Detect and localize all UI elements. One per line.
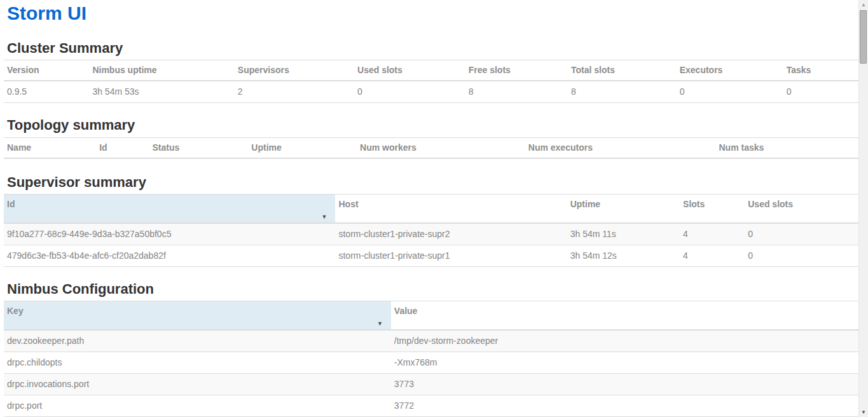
topology-summary-heading: Topology summary bbox=[7, 117, 858, 133]
scroll-down-button[interactable]: ▼ bbox=[859, 407, 868, 417]
cell-used-slots: 0 bbox=[745, 245, 858, 266]
cell-nimbus-uptime: 3h 54m 53s bbox=[89, 81, 234, 103]
cluster-summary-header-row: Version Nimbus uptime Supervisors Used s… bbox=[4, 60, 858, 81]
column-header-executors: Executors bbox=[677, 60, 783, 81]
cell-uptime: 3h 54m 11s bbox=[567, 223, 680, 245]
sort-desc-icon: ▼ bbox=[377, 321, 383, 327]
table-row: drpc.invocations.port 3773 bbox=[4, 374, 858, 395]
column-header-nimbus-uptime: Nimbus uptime bbox=[89, 60, 234, 81]
scroll-up-icon: ▲ bbox=[861, 3, 866, 8]
cell-supervisor-id: 479d6c3e-fb53-4b4e-afc6-cf20a2dab82f bbox=[4, 245, 335, 266]
nimbus-configuration-heading: Nimbus Configuration bbox=[7, 281, 858, 297]
scroll-down-icon: ▼ bbox=[861, 410, 866, 415]
table-row: dev.zookeeper.path /tmp/dev-storm-zookee… bbox=[4, 330, 858, 352]
cell-tasks: 0 bbox=[783, 81, 858, 103]
storm-ui-home-link[interactable]: Storm UI bbox=[7, 3, 86, 24]
scrollbar-thumb[interactable] bbox=[860, 10, 867, 64]
column-header-num-workers: Num workers bbox=[357, 137, 525, 158]
topology-summary-table: Name Id Status Uptime Num workers Num ex… bbox=[4, 137, 858, 159]
column-header-key-sorted[interactable]: Key ▼ bbox=[4, 301, 391, 331]
column-header-supervisors: Supervisors bbox=[235, 60, 354, 81]
cluster-summary-table: Version Nimbus uptime Supervisors Used s… bbox=[4, 60, 858, 103]
sort-desc-icon: ▼ bbox=[322, 214, 327, 220]
table-row: 479d6c3e-fb53-4b4e-afc6-cf20a2dab82f sto… bbox=[4, 245, 858, 266]
column-header-uptime: Uptime bbox=[248, 137, 357, 158]
nimbus-configuration-section: Nimbus Configuration Key ▼ Value dev.zoo… bbox=[4, 281, 858, 417]
cluster-summary-heading: Cluster Summary bbox=[7, 40, 858, 56]
nimbus-configuration-header-row: Key ▼ Value bbox=[4, 301, 858, 331]
cell-config-key: drpc.port bbox=[4, 395, 391, 417]
cell-host: storm-cluster1-private-supr1 bbox=[335, 245, 567, 266]
cell-config-value: 3772 bbox=[391, 395, 858, 417]
column-header-status: Status bbox=[149, 137, 248, 158]
cell-total-slots: 8 bbox=[568, 81, 677, 103]
cell-supervisors: 2 bbox=[235, 81, 354, 103]
column-header-id-sorted[interactable]: Id ▼ bbox=[4, 194, 335, 223]
table-row: 9f10a277-68c9-449e-9d3a-b327a50bf0c5 sto… bbox=[4, 223, 858, 245]
cell-config-key: drpc.childopts bbox=[4, 352, 391, 374]
supervisor-summary-heading: Supervisor summary bbox=[7, 174, 858, 190]
cell-used-slots: 0 bbox=[745, 223, 858, 245]
column-header-tasks: Tasks bbox=[783, 60, 858, 81]
column-header-id: Id bbox=[96, 137, 149, 158]
column-header-num-executors: Num executors bbox=[525, 137, 716, 158]
main-content: Storm UI Cluster Summary Version Nimbus … bbox=[0, 3, 858, 417]
supervisor-summary-section: Supervisor summary Id ▼ Host Uptime Slot… bbox=[4, 174, 858, 267]
column-header-key-label: Key bbox=[7, 306, 24, 316]
column-header-host[interactable]: Host bbox=[335, 194, 567, 223]
scroll-up-button[interactable]: ▲ bbox=[859, 0, 868, 10]
cell-config-key: dev.zookeeper.path bbox=[4, 330, 391, 352]
cell-config-key: drpc.invocations.port bbox=[4, 374, 391, 395]
cell-used-slots: 0 bbox=[354, 81, 465, 103]
table-row: 0.9.5 3h 54m 53s 2 0 8 8 0 0 bbox=[4, 81, 858, 103]
column-header-total-slots: Total slots bbox=[568, 60, 677, 81]
cell-executors: 0 bbox=[677, 81, 783, 103]
cell-config-value: 3773 bbox=[391, 374, 858, 395]
topology-summary-header-row: Name Id Status Uptime Num workers Num ex… bbox=[4, 137, 858, 158]
cell-free-slots: 8 bbox=[465, 81, 568, 103]
column-header-version: Version bbox=[4, 60, 89, 81]
column-header-value[interactable]: Value bbox=[391, 301, 858, 331]
column-header-name: Name bbox=[4, 137, 96, 158]
column-header-uptime[interactable]: Uptime bbox=[567, 194, 680, 223]
cell-host: storm-cluster1-private-supr2 bbox=[335, 223, 567, 245]
column-header-slots[interactable]: Slots bbox=[680, 194, 745, 223]
cell-version: 0.9.5 bbox=[4, 81, 89, 103]
column-header-used-slots: Used slots bbox=[354, 60, 465, 81]
supervisor-summary-table: Id ▼ Host Uptime Slots Used slots 9f10a2… bbox=[4, 194, 858, 267]
column-header-id-label: Id bbox=[7, 199, 15, 209]
topology-summary-section: Topology summary Name Id Status Uptime N… bbox=[4, 117, 858, 158]
supervisor-summary-header-row: Id ▼ Host Uptime Slots Used slots bbox=[4, 194, 858, 223]
cell-uptime: 3h 54m 12s bbox=[567, 245, 680, 266]
column-header-num-tasks: Num tasks bbox=[716, 137, 859, 158]
vertical-scrollbar[interactable]: ▲ ▼ bbox=[858, 0, 868, 417]
cluster-summary-section: Cluster Summary Version Nimbus uptime Su… bbox=[4, 40, 858, 103]
cell-slots: 4 bbox=[680, 245, 745, 266]
column-header-free-slots: Free slots bbox=[465, 60, 568, 81]
page-title: Storm UI bbox=[7, 3, 858, 24]
table-row: drpc.port 3772 bbox=[4, 395, 858, 417]
cell-supervisor-id: 9f10a277-68c9-449e-9d3a-b327a50bf0c5 bbox=[4, 223, 335, 245]
table-row: drpc.childopts -Xmx768m bbox=[4, 352, 858, 374]
cell-config-value: -Xmx768m bbox=[391, 352, 858, 374]
cell-slots: 4 bbox=[680, 223, 745, 245]
column-header-used-slots[interactable]: Used slots bbox=[745, 194, 858, 223]
nimbus-configuration-table: Key ▼ Value dev.zookeeper.path /tmp/dev-… bbox=[4, 301, 858, 417]
cell-config-value: /tmp/dev-storm-zookeeper bbox=[391, 330, 858, 352]
